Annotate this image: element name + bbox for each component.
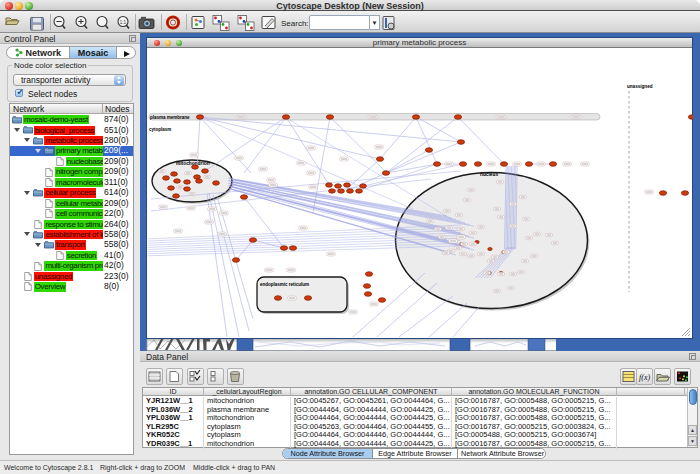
svg-text:1:1: 1:1 bbox=[120, 20, 127, 25]
svg-text:unassigned: unassigned bbox=[627, 84, 653, 89]
svg-text:nucleus: nucleus bbox=[480, 172, 498, 177]
svg-text:cytoplasm: cytoplasm bbox=[149, 127, 171, 132]
svg-text:f(x): f(x) bbox=[639, 373, 650, 382]
svg-text:mitochondrion: mitochondrion bbox=[176, 161, 210, 166]
svg-text:endoplasmic reticulum: endoplasmic reticulum bbox=[260, 282, 309, 287]
svg-text:plasma membrane: plasma membrane bbox=[150, 115, 190, 120]
